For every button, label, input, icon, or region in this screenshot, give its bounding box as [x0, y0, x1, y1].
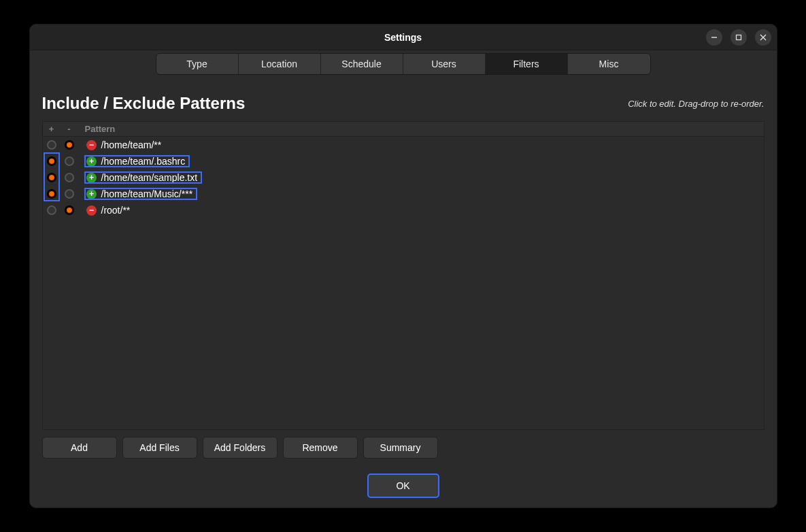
tab-location[interactable]: Location	[239, 54, 321, 74]
tab-schedule[interactable]: Schedule	[321, 54, 403, 74]
page-header: Include / Exclude Patterns Click to edit…	[42, 94, 765, 113]
table-row[interactable]: −/home/team/**	[43, 137, 764, 153]
settings-window: Settings TypeLocationScheduleUsersFilter…	[29, 24, 777, 508]
pattern-cell[interactable]: +/home/team/.bashrc	[85, 156, 190, 167]
pattern-path: /home/team/Music/***	[99, 188, 193, 199]
pattern-rows: −/home/team/**+/home/team/.bashrc+/home/…	[43, 137, 764, 429]
include-radio[interactable]	[47, 156, 56, 166]
pattern-cell[interactable]: +/home/team/Music/***	[85, 188, 197, 199]
include-radio[interactable]	[47, 173, 56, 182]
pattern-path: /home/team/**	[99, 139, 162, 150]
close-button[interactable]	[755, 29, 771, 46]
add-files-button[interactable]: Add Files	[122, 437, 197, 459]
table-row[interactable]: +/home/team/Music/***	[43, 186, 764, 202]
minimize-icon	[711, 34, 718, 41]
plus-icon: +	[86, 189, 97, 199]
plus-icon: +	[86, 173, 97, 183]
tab-type[interactable]: Type	[156, 54, 239, 74]
close-icon	[760, 34, 767, 41]
table-row[interactable]: −/root/**	[43, 202, 764, 218]
pattern-list-header: + - Pattern	[43, 122, 764, 137]
exclude-radio[interactable]	[65, 173, 74, 182]
ok-row: OK	[42, 473, 765, 498]
exclude-radio[interactable]	[65, 156, 74, 166]
column-header-include: +	[43, 124, 61, 134]
column-header-pattern: Pattern	[78, 124, 116, 134]
minus-icon: −	[86, 140, 97, 150]
titlebar: Settings	[30, 24, 777, 50]
add-button[interactable]: Add	[42, 437, 117, 459]
minimize-button[interactable]	[706, 29, 722, 46]
window-controls	[706, 29, 771, 46]
table-row[interactable]: +/home/team/.bashrc	[43, 153, 764, 169]
minus-icon: −	[86, 205, 97, 216]
table-row[interactable]: +/home/team/sample.txt	[43, 169, 764, 186]
svg-rect-1	[736, 35, 741, 39]
exclude-radio[interactable]	[65, 140, 74, 150]
pattern-path: /root/**	[99, 205, 131, 216]
content-area: Include / Exclude Patterns Click to edit…	[30, 75, 777, 508]
window-title: Settings	[384, 32, 422, 43]
pattern-cell[interactable]: −/root/**	[85, 205, 135, 216]
include-radio[interactable]	[47, 205, 56, 215]
tab-users[interactable]: Users	[403, 54, 486, 74]
include-radio[interactable]	[47, 140, 56, 150]
summary-button[interactable]: Summary	[363, 437, 438, 459]
ok-button[interactable]: OK	[367, 473, 439, 498]
column-header-exclude: -	[61, 124, 78, 134]
maximize-button[interactable]	[731, 29, 747, 46]
exclude-radio[interactable]	[65, 205, 74, 215]
pattern-list-wrap: + - Pattern −/home/team/**+/home/team/.b…	[42, 121, 765, 430]
plus-icon: +	[86, 156, 97, 167]
tab-filters[interactable]: Filters	[486, 54, 568, 74]
page-hint: Click to edit. Drag-drop to re-order.	[628, 99, 764, 109]
maximize-icon	[735, 34, 742, 41]
exclude-radio[interactable]	[65, 189, 74, 199]
action-buttons: Add Add Files Add Folders Remove Summary	[42, 437, 765, 459]
include-radio[interactable]	[47, 189, 56, 199]
tab-misc[interactable]: Misc	[568, 54, 650, 74]
remove-button[interactable]: Remove	[283, 437, 358, 459]
pattern-cell[interactable]: −/home/team/**	[85, 139, 166, 150]
pattern-path: /home/team/sample.txt	[99, 172, 198, 183]
pattern-path: /home/team/.bashrc	[99, 156, 186, 167]
page-title: Include / Exclude Patterns	[42, 94, 246, 113]
tab-bar: TypeLocationScheduleUsersFiltersMisc	[30, 50, 777, 75]
add-folders-button[interactable]: Add Folders	[203, 437, 278, 459]
pattern-list: + - Pattern −/home/team/**+/home/team/.b…	[42, 121, 765, 430]
pattern-cell[interactable]: +/home/team/sample.txt	[85, 172, 202, 183]
